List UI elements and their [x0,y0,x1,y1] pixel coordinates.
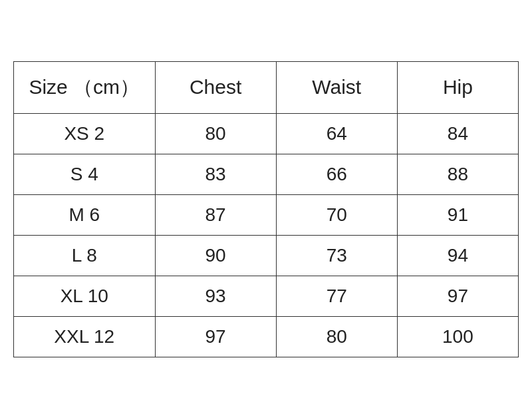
cell-waist: 66 [276,154,397,194]
size-chart-table: Size （cm） Chest Waist Hip XS 2806484S 48… [13,61,519,357]
header-chest: Chest [155,61,276,113]
cell-hip: 91 [397,194,518,235]
cell-hip: 100 [397,316,518,357]
table-row: XL 10937797 [14,276,519,316]
table-header-row: Size （cm） Chest Waist Hip [14,61,519,113]
cell-waist: 73 [276,235,397,276]
table-row: XXL 129780100 [14,316,519,357]
cell-chest: 83 [155,154,276,194]
cell-chest: 93 [155,276,276,316]
cell-chest: 87 [155,194,276,235]
cell-chest: 97 [155,316,276,357]
cell-waist: 70 [276,194,397,235]
size-chart-wrapper: Size （cm） Chest Waist Hip XS 2806484S 48… [13,61,519,357]
cell-size: XS 2 [14,113,156,154]
cell-hip: 94 [397,235,518,276]
cell-waist: 80 [276,316,397,357]
cell-size: L 8 [14,235,156,276]
cell-chest: 80 [155,113,276,154]
cell-hip: 88 [397,154,518,194]
cell-size: M 6 [14,194,156,235]
table-row: S 4836688 [14,154,519,194]
cell-size: XXL 12 [14,316,156,357]
cell-chest: 90 [155,235,276,276]
table-row: XS 2806484 [14,113,519,154]
header-waist: Waist [276,61,397,113]
cell-waist: 77 [276,276,397,316]
cell-hip: 97 [397,276,518,316]
cell-size: XL 10 [14,276,156,316]
cell-waist: 64 [276,113,397,154]
cell-size: S 4 [14,154,156,194]
cell-hip: 84 [397,113,518,154]
table-row: L 8907394 [14,235,519,276]
header-size: Size （cm） [14,61,156,113]
header-hip: Hip [397,61,518,113]
table-row: M 6877091 [14,194,519,235]
